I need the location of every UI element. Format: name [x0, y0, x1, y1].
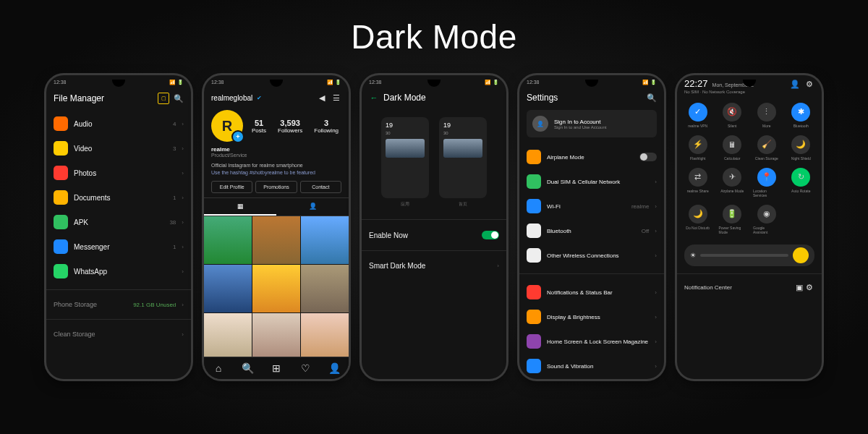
heart-icon[interactable]: ♡ — [300, 363, 310, 373]
enable-now-row[interactable]: Enable Now — [369, 226, 499, 244]
photo-thumb[interactable] — [301, 265, 349, 312]
edit-profile-button[interactable]: Edit Profile — [211, 181, 252, 193]
search-icon[interactable]: 🔍 — [242, 363, 252, 373]
settings-row[interactable]: Home Screen & Lock Screen Magazine› — [527, 329, 657, 354]
qs-tile-icon: 🌙 — [689, 205, 707, 224]
photo-thumb[interactable] — [204, 313, 252, 361]
photo-thumb[interactable] — [204, 216, 252, 264]
settings-row[interactable]: Notifications & Status Bar› — [527, 280, 657, 305]
setting-icon — [527, 310, 541, 324]
qs-tile-label: Bluetooth — [793, 124, 809, 128]
chevron-right-icon: › — [182, 302, 184, 308]
avatar[interactable]: R+ — [211, 110, 243, 142]
notification-center-label: Notification Center — [684, 284, 732, 291]
clear-icon[interactable]: ▣ — [794, 283, 804, 293]
toggle[interactable] — [639, 153, 657, 161]
qs-tile[interactable]: 🔋Power Saving Mode — [719, 205, 746, 234]
enable-toggle[interactable] — [482, 231, 499, 239]
preview-dark[interactable]: 1930 — [381, 117, 429, 198]
avatar-letter: R — [222, 118, 232, 135]
qs-tile[interactable]: 🌙Night Shield — [788, 135, 815, 161]
add-icon[interactable]: ⊞ — [271, 363, 281, 373]
file-category-row[interactable]: WhatsApp› — [54, 259, 184, 284]
menu-icon[interactable]: ☰ — [331, 93, 341, 103]
search-icon[interactable]: 🔍 — [174, 93, 184, 103]
qs-tile[interactable]: ↻Auto Rotate — [788, 168, 815, 197]
qs-tile[interactable]: 🔇Silent — [719, 103, 746, 128]
qs-tile-icon: ✓ — [689, 103, 707, 122]
username[interactable]: realmeglobal — [211, 94, 252, 102]
qs-tile[interactable]: 🌙Do Not Disturb — [684, 205, 712, 234]
gear-icon[interactable]: ⚙ — [804, 80, 814, 90]
file-category-row[interactable]: Documents1› — [54, 185, 184, 210]
qs-tile[interactable]: 🧹Clean Storage — [753, 135, 780, 161]
home-icon[interactable]: ⌂ — [213, 363, 224, 373]
file-category-row[interactable]: Video3› — [54, 136, 184, 161]
smart-darkmode-row[interactable]: Smart Dark Mode › — [369, 257, 499, 275]
darkmode-previews: 1930 应用 1930 首页 — [369, 117, 499, 208]
tagged-tab[interactable]: 👤 — [276, 198, 349, 216]
settings-row[interactable]: Wi-Firealme› — [527, 194, 657, 218]
chevron-right-icon: › — [655, 289, 657, 296]
file-category-row[interactable]: Audio4› — [54, 111, 184, 136]
photo-thumb[interactable] — [301, 216, 349, 264]
settings-row[interactable]: Other Wireless Connections› — [527, 243, 657, 268]
settings-row[interactable]: BluetoothOff› — [527, 218, 657, 243]
back-icon[interactable]: ◀ — [317, 93, 327, 103]
settings-row[interactable]: Display & Brightness› — [527, 305, 657, 329]
file-category-row[interactable]: Messenger1› — [54, 234, 184, 259]
phone-storage-row[interactable]: Phone Storage 92.1 GB Unused › — [54, 296, 184, 313]
qs-tile-icon: ⇄ — [689, 168, 707, 187]
photo-thumb[interactable] — [204, 265, 252, 312]
settings-row[interactable]: Sound & Vibration› — [527, 354, 657, 378]
clean-storage-row[interactable]: Clean Storage › — [54, 326, 184, 343]
user-icon[interactable]: 👤 — [790, 80, 800, 90]
grid-tab[interactable]: ▦ — [204, 198, 276, 216]
qs-tile-icon: ✱ — [791, 103, 810, 122]
settings-row[interactable]: Airplane Mode — [527, 145, 657, 169]
qs-tile[interactable]: ✱Bluetooth — [788, 103, 815, 128]
qs-tile[interactable]: ◉Google Assistant — [753, 205, 780, 234]
phone-instagram: 12:38📶 🔋 realmeglobal ✔ ◀ ☰ R+ 51Posts 3… — [204, 75, 349, 379]
add-badge-icon[interactable]: + — [231, 130, 244, 143]
photo-thumb[interactable] — [252, 313, 300, 361]
status-time: 12:38 — [527, 80, 540, 85]
back-icon[interactable]: ← — [369, 93, 379, 103]
file-category-row[interactable]: Photos› — [54, 161, 184, 185]
photo-thumb[interactable] — [252, 265, 300, 312]
app-title: File Manager — [54, 93, 104, 103]
settings-row[interactable]: Do Not Disturb› — [527, 378, 657, 379]
profile-icon[interactable]: 👤 — [329, 363, 339, 373]
qs-tile[interactable]: ⇄realme Share — [684, 168, 712, 197]
settings-row[interactable]: Dual SIM & Cellular Network› — [527, 169, 657, 194]
smart-label: Smart Dark Mode — [369, 262, 491, 270]
photo-thumb[interactable] — [301, 313, 349, 361]
qs-tile[interactable]: ✈Airplane Mode — [719, 168, 746, 197]
brightness-fab[interactable] — [793, 247, 809, 263]
chevron-right-icon: › — [182, 244, 184, 250]
cast-icon[interactable]: ▢ — [158, 93, 169, 104]
qs-tile[interactable]: ⋮More — [753, 103, 780, 128]
preview-light[interactable]: 1930 — [439, 117, 487, 198]
promotions-button[interactable]: Promotions — [255, 181, 297, 193]
qs-tile[interactable]: ⚡Flashlight — [684, 135, 712, 161]
contact-button[interactable]: Contact — [300, 181, 341, 193]
qs-tile[interactable]: 📍Location Services — [753, 168, 780, 197]
brightness-slider[interactable]: ☀ — [684, 244, 814, 266]
qs-tile-icon: ⚡ — [689, 135, 707, 154]
search-icon[interactable]: 🔍 — [647, 93, 657, 103]
bottom-nav: ⌂ 🔍 ⊞ ♡ 👤 — [204, 357, 349, 379]
file-category-row[interactable]: APK38› — [54, 210, 184, 234]
chevron-right-icon: › — [655, 179, 657, 185]
setting-icon — [527, 334, 541, 349]
posts-stat[interactable]: 51Posts — [252, 119, 266, 134]
settings-icon[interactable]: ⚙ — [804, 283, 814, 293]
qs-tile-label: Clean Storage — [755, 156, 778, 161]
photo-thumb[interactable] — [252, 216, 300, 264]
followers-stat[interactable]: 3,593Followers — [278, 119, 302, 134]
qs-tile-label: Silent — [728, 124, 737, 128]
following-stat[interactable]: 3Following — [314, 119, 339, 134]
qs-tile[interactable]: 🖩Calculator — [719, 135, 746, 161]
signin-row[interactable]: 👤 Sign In to AccountSign In to and Use A… — [527, 110, 657, 137]
qs-tile[interactable]: ✓realme VPN — [684, 103, 712, 128]
